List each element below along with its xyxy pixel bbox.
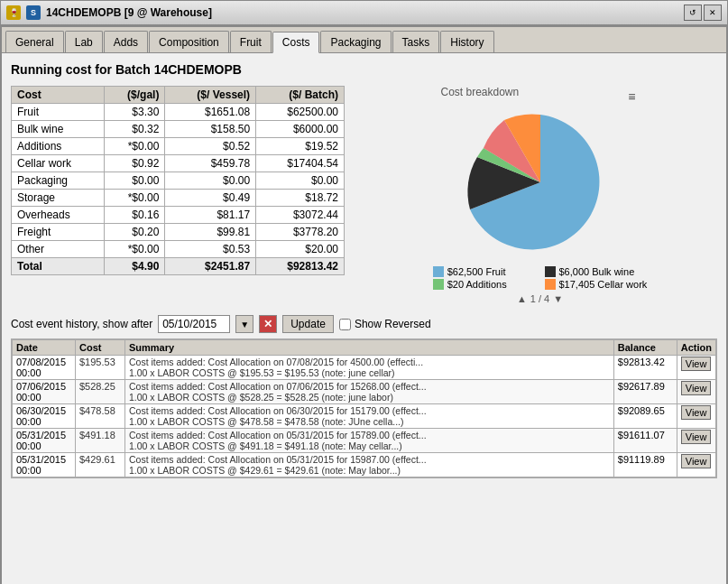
date-clear-button[interactable]: ✕ bbox=[259, 315, 277, 333]
total-row: Total$4.90$2451.87$92813.42 bbox=[12, 258, 345, 275]
pagination-next-icon[interactable]: ▼ bbox=[553, 293, 563, 304]
tab-fruit[interactable]: Fruit bbox=[230, 31, 272, 52]
history-col-cost: Cost bbox=[76, 340, 125, 356]
history-table: Date Cost Summary Balance Action 07/08/2… bbox=[12, 339, 716, 477]
chart-title: Cost breakdown bbox=[441, 86, 640, 98]
legend-label-fruit: $62,500 Fruit bbox=[447, 266, 506, 277]
cost-table-container: Cost ($/gal) ($/ Vessel) ($/ Batch) Frui… bbox=[11, 86, 345, 304]
table-row: Additions*$0.00$0.52$19.52 bbox=[12, 138, 345, 155]
tabs-bar: General Lab Adds Composition Fruit Costs… bbox=[2, 27, 726, 53]
legend-dot-cellarwork bbox=[545, 279, 556, 290]
date-dropdown-button[interactable]: ▼ bbox=[235, 315, 253, 333]
legend-label-bulkwine: $6,000 Bulk wine bbox=[559, 266, 635, 277]
view-button[interactable]: View bbox=[681, 381, 712, 395]
app-icon-wine: 🍷 bbox=[6, 5, 21, 20]
chart-menu-icon[interactable]: ≡ bbox=[628, 89, 635, 104]
history-col-date: Date bbox=[13, 340, 76, 356]
content-area: Running cost for Batch 14CHDEMOPB Cost (… bbox=[2, 53, 726, 584]
legend-dot-fruit bbox=[433, 266, 444, 277]
tab-composition[interactable]: Composition bbox=[149, 31, 229, 52]
view-button[interactable]: View bbox=[681, 430, 712, 444]
tab-adds[interactable]: Adds bbox=[104, 31, 148, 52]
tab-lab[interactable]: Lab bbox=[65, 31, 103, 52]
legend-fruit: $62,500 Fruit bbox=[433, 266, 536, 277]
show-reversed-label: Show Reversed bbox=[355, 318, 431, 330]
window-title: 14CHDEMOPB [9 @ Warehouse] bbox=[46, 6, 212, 19]
col-header-perbatch: ($/ Batch) bbox=[256, 87, 345, 104]
chart-area: Cost breakdown ≡ bbox=[363, 86, 717, 304]
main-container: General Lab Adds Composition Fruit Costs… bbox=[0, 25, 728, 584]
update-button[interactable]: Update bbox=[282, 315, 334, 333]
chart-pagination: ▲ 1 / 4 ▼ bbox=[517, 293, 563, 304]
view-button[interactable]: View bbox=[681, 454, 712, 468]
tab-general[interactable]: General bbox=[5, 31, 64, 52]
tab-tasks[interactable]: Tasks bbox=[392, 31, 440, 52]
legend-label-additions: $20 Additions bbox=[447, 279, 507, 290]
show-reversed-container: Show Reversed bbox=[339, 318, 431, 330]
table-row: Bulk wine$0.32$158.50$6000.00 bbox=[12, 121, 345, 138]
col-header-cost: Cost bbox=[12, 87, 105, 104]
app-icon-s: S bbox=[26, 5, 41, 20]
history-col-summary: Summary bbox=[125, 340, 614, 356]
legend-label-cellarwork: $17,405 Cellar work bbox=[559, 279, 648, 290]
legend-cellarwork: $17,405 Cellar work bbox=[545, 279, 648, 290]
history-bar: Cost event history, show after ▼ ✕ Updat… bbox=[11, 315, 717, 333]
date-input[interactable] bbox=[158, 315, 230, 333]
show-reversed-checkbox[interactable] bbox=[339, 319, 351, 330]
col-header-pervessel: ($/ Vessel) bbox=[165, 87, 256, 104]
legend-bulkwine: $6,000 Bulk wine bbox=[545, 266, 648, 277]
cost-table: Cost ($/gal) ($/ Vessel) ($/ Batch) Frui… bbox=[11, 86, 345, 275]
history-col-action: Action bbox=[677, 340, 715, 356]
chart-legend: $62,500 Fruit $6,000 Bulk wine $20 Addit… bbox=[433, 266, 648, 290]
tab-packaging[interactable]: Packaging bbox=[320, 31, 391, 52]
history-table-container: Date Cost Summary Balance Action 07/08/2… bbox=[11, 338, 717, 478]
table-row: Other*$0.00$0.53$20.00 bbox=[12, 241, 345, 258]
pie-chart bbox=[450, 106, 631, 259]
tab-costs[interactable]: Costs bbox=[272, 32, 320, 53]
view-button[interactable]: View bbox=[681, 357, 712, 371]
table-row: 07/06/2015 00:00$528.25Cost items added:… bbox=[13, 380, 716, 404]
close-button[interactable]: ✕ bbox=[704, 5, 722, 21]
legend-additions: $20 Additions bbox=[433, 279, 536, 290]
table-row: Cellar work$0.92$459.78$17404.54 bbox=[12, 155, 345, 172]
tab-history[interactable]: History bbox=[440, 31, 493, 52]
table-row: 05/31/2015 00:00$429.61Cost items added:… bbox=[13, 453, 716, 477]
table-row: Overheads$0.16$81.17$3072.44 bbox=[12, 207, 345, 224]
table-row: 06/30/2015 00:00$478.58Cost items added:… bbox=[13, 404, 716, 429]
title-bar: 🍷 S 14CHDEMOPB [9 @ Warehouse] ↺ ✕ bbox=[0, 0, 728, 25]
col-header-pergal: ($/gal) bbox=[104, 87, 165, 104]
top-section: Cost ($/gal) ($/ Vessel) ($/ Batch) Frui… bbox=[11, 86, 717, 304]
pagination-prev-icon[interactable]: ▲ bbox=[517, 293, 527, 304]
table-row: Packaging$0.00$0.00$0.00 bbox=[12, 172, 345, 190]
table-row: Fruit$3.30$1651.08$62500.00 bbox=[12, 104, 345, 121]
table-row: 05/31/2015 00:00$491.18Cost items added:… bbox=[13, 429, 716, 453]
pagination-text: 1 / 4 bbox=[530, 293, 549, 304]
table-row: Storage*$0.00$0.49$18.72 bbox=[12, 190, 345, 207]
table-row: Freight$0.20$99.81$3778.20 bbox=[12, 224, 345, 241]
table-row: 07/08/2015 00:00$195.53Cost items added:… bbox=[13, 356, 716, 380]
legend-dot-additions bbox=[433, 279, 444, 290]
history-label: Cost event history, show after bbox=[11, 318, 152, 330]
section-title: Running cost for Batch 14CHDEMOPB bbox=[11, 62, 717, 77]
view-button[interactable]: View bbox=[681, 405, 712, 420]
clear-icon: ✕ bbox=[263, 318, 272, 330]
history-col-balance: Balance bbox=[613, 340, 677, 356]
legend-dot-bulkwine bbox=[545, 266, 556, 277]
minimize-button[interactable]: ↺ bbox=[684, 5, 702, 21]
